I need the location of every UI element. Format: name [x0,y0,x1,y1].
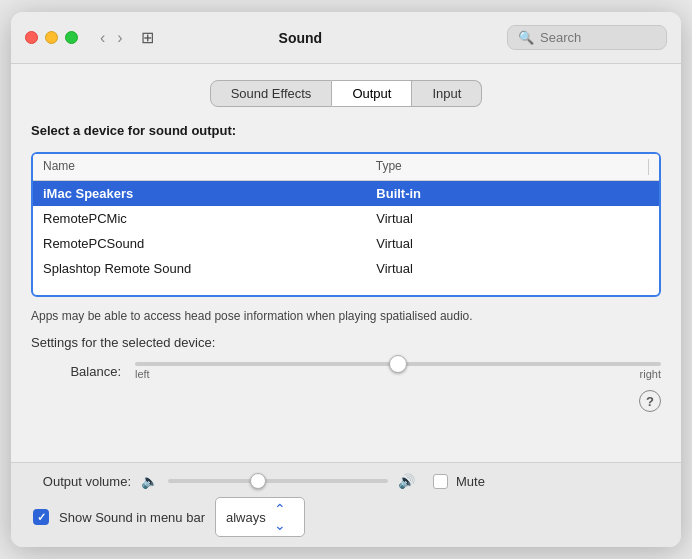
device-type: Virtual [376,261,649,276]
titlebar: ‹ › ⊞ Sound 🔍 [11,12,681,64]
balance-slider-container: left right [135,362,661,380]
help-button[interactable]: ? [639,390,661,412]
table-row-empty [33,281,659,295]
show-sound-label: Show Sound in menu bar [59,510,205,525]
volume-slider[interactable] [168,479,388,483]
volume-row: Output volume: 🔈 🔊 Mute [31,473,661,489]
settings-label: Settings for the selected device: [31,335,661,350]
checkmark-icon: ✓ [37,511,46,524]
window-title: Sound [104,30,497,46]
volume-low-icon: 🔈 [141,473,158,489]
traffic-lights [25,31,78,44]
search-box[interactable]: 🔍 [507,25,667,50]
table-row[interactable]: RemotePCMic Virtual [33,206,659,231]
tab-bar: Sound Effects Output Input [31,80,661,107]
tab-output[interactable]: Output [332,80,412,107]
device-name: Splashtop Remote Sound [43,261,376,276]
volume-label: Output volume: [31,474,131,489]
balance-row: Balance: left right [31,362,661,380]
minimize-button[interactable] [45,31,58,44]
info-text: Apps may be able to access head pose inf… [31,307,661,325]
table-header: Name Type [33,154,659,181]
tab-sound-effects[interactable]: Sound Effects [210,80,333,107]
show-sound-checkbox[interactable]: ✓ [33,509,49,525]
search-icon: 🔍 [518,30,534,45]
device-type: Built-in [376,186,649,201]
balance-left-label: left [135,368,150,380]
tab-input[interactable]: Input [412,80,482,107]
balance-slider[interactable] [135,362,661,366]
menu-bar-row: ✓ Show Sound in menu bar always ⌃⌄ [31,497,661,537]
mute-checkbox[interactable] [433,474,448,489]
table-row[interactable]: Splashtop Remote Sound Virtual [33,256,659,281]
main-content: Sound Effects Output Input Select a devi… [11,64,681,462]
col-divider [648,159,649,175]
table-row[interactable]: iMac Speakers Built-in [33,181,659,206]
table-row[interactable]: RemotePCSound Virtual [33,231,659,256]
dropdown-value: always [226,510,266,525]
balance-labels: left right [135,368,661,380]
device-name: RemotePCMic [43,211,376,226]
balance-right-label: right [640,368,661,380]
main-window: ‹ › ⊞ Sound 🔍 Sound Effects Output Input… [11,12,681,547]
close-button[interactable] [25,31,38,44]
balance-label: Balance: [51,364,121,379]
device-table: Name Type iMac Speakers Built-in RemoteP… [31,152,661,297]
always-dropdown[interactable]: always ⌃⌄ [215,497,305,537]
mute-label: Mute [456,474,485,489]
col-header-name: Name [43,159,376,175]
dropdown-arrow-icon: ⌃⌄ [274,501,286,533]
help-row: ? [31,390,661,412]
device-type: Virtual [376,236,649,251]
section-title: Select a device for sound output: [31,123,661,138]
mute-row: Mute [433,474,485,489]
volume-high-icon: 🔊 [398,473,415,489]
search-input[interactable] [540,30,656,45]
device-name: RemotePCSound [43,236,376,251]
settings-section: Settings for the selected device: Balanc… [31,335,661,380]
device-type: Virtual [376,211,649,226]
bottom-bar: Output volume: 🔈 🔊 Mute ✓ Show Sound in … [11,462,681,547]
col-header-type: Type [376,159,648,175]
maximize-button[interactable] [65,31,78,44]
device-name: iMac Speakers [43,186,376,201]
